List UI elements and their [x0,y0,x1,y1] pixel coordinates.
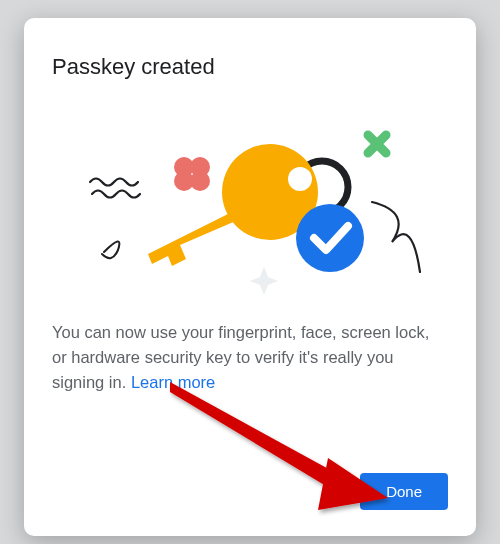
learn-more-link[interactable]: Learn more [131,373,215,391]
key-illustration [52,102,448,302]
svg-point-11 [296,204,364,272]
svg-point-3 [190,171,210,191]
svg-point-10 [289,168,311,190]
dialog-body-text: You can now use your fingerprint, face, … [52,323,429,391]
passkey-created-dialog: Passkey created [24,18,476,536]
dialog-footer: Done [52,453,448,510]
dialog-title: Passkey created [52,54,448,80]
illustration-svg [52,102,448,302]
done-button[interactable]: Done [360,473,448,510]
dialog-body: You can now use your fingerprint, face, … [52,320,448,394]
